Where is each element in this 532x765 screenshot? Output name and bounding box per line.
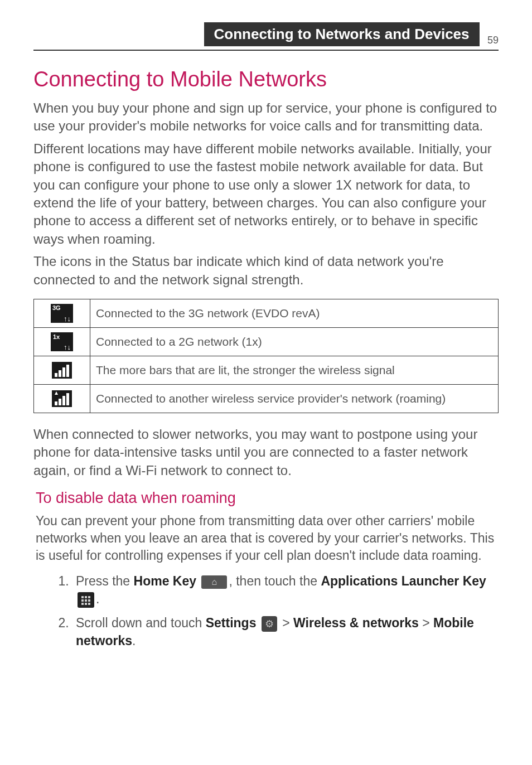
svg-rect-10 [66, 393, 69, 405]
step-text: > [419, 616, 433, 630]
status-icons-table: Connected to the 3G network (EVDO revA) … [33, 299, 499, 413]
page-header: Connecting to Networks and Devices 59 [33, 22, 499, 51]
1x-icon [51, 332, 73, 351]
svg-rect-2 [59, 370, 61, 377]
svg-rect-9 [62, 396, 65, 405]
launcher-key-icon [78, 592, 94, 608]
table-text: The more bars that are lit, the stronger… [90, 356, 499, 384]
wireless-label: Wireless & networks [293, 616, 419, 630]
paragraph-roaming: You can prevent your phone from transmit… [36, 512, 496, 564]
icon-cell [34, 327, 90, 356]
icon-cell [34, 299, 90, 327]
table-row: The more bars that are lit, the stronger… [34, 356, 499, 384]
table-row: Connected to another wireless service pr… [34, 384, 499, 413]
page-title: Connecting to Mobile Networks [33, 67, 499, 91]
step-item: Press the Home Key , then touch the Appl… [72, 572, 499, 608]
svg-rect-3 [62, 367, 65, 377]
chapter-title: Connecting to Networks and Devices [204, 22, 480, 46]
svg-rect-1 [55, 373, 57, 377]
icon-cell [34, 356, 90, 384]
step-text: > [279, 616, 293, 630]
table-row: Connected to a 2G network (1x) [34, 327, 499, 356]
steps-list: Press the Home Key , then touch the Appl… [56, 572, 499, 650]
step-text: , then touch the [229, 574, 321, 588]
svg-rect-8 [59, 399, 61, 405]
home-key-icon [201, 575, 227, 589]
section-heading: To disable data when roaming [36, 490, 499, 507]
step-text: Scroll down and touch [76, 616, 206, 630]
table-text: Connected to a 2G network (1x) [90, 327, 499, 356]
paragraph-icons: The icons in the Status bar indicate whi… [33, 253, 499, 289]
step-item: Scroll down and touch Settings > Wireles… [72, 614, 499, 650]
page-number: 59 [482, 35, 499, 46]
paragraph-intro: When you buy your phone and sign up for … [33, 99, 499, 135]
launcher-key-label: Applications Launcher Key [321, 574, 486, 588]
step-text: . [132, 633, 136, 648]
paragraph-slower: When connected to slower networks, you m… [33, 425, 499, 480]
paragraph-networks: Different locations may have different m… [33, 140, 499, 248]
step-text: Press the [76, 574, 134, 588]
table-text: Connected to the 3G network (EVDO revA) [90, 299, 499, 327]
settings-label: Settings [206, 616, 257, 630]
3g-icon [51, 304, 73, 323]
svg-rect-7 [55, 401, 57, 405]
settings-icon [262, 616, 277, 632]
document-page: Connecting to Networks and Devices 59 Co… [0, 0, 532, 689]
signal-bars-icon [51, 361, 73, 380]
home-key-label: Home Key [134, 574, 196, 588]
icon-cell [34, 384, 90, 413]
table-row: Connected to the 3G network (EVDO revA) [34, 299, 499, 327]
table-text: Connected to another wireless service pr… [90, 384, 499, 413]
roaming-bars-icon [51, 389, 73, 408]
step-text: . [96, 592, 99, 606]
svg-rect-4 [66, 365, 69, 377]
